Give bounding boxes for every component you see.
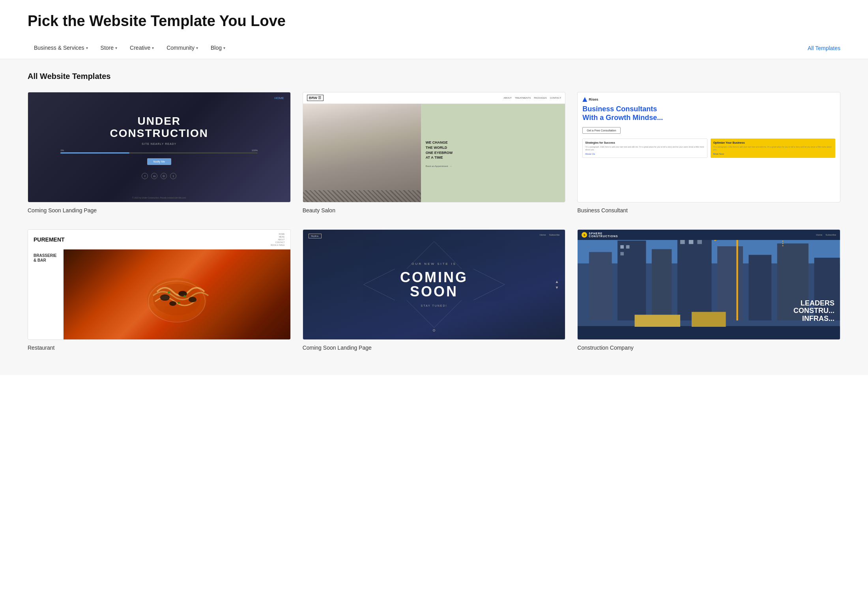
template-name: Coming Soon Landing Page: [28, 207, 291, 214]
template-name: Restaurant: [28, 345, 291, 351]
svg-rect-26: [749, 255, 772, 320]
nav-business-services[interactable]: Business & Services ▾: [28, 37, 94, 59]
template-thumbnail: BRW ☰ ABOUTTREATMENTSPACKAGESCONTACT WE …: [303, 92, 566, 202]
svg-rect-35: [692, 312, 726, 327]
svg-rect-21: [589, 252, 612, 320]
chevron-down-icon: ▾: [115, 46, 117, 50]
template-card[interactable]: PUREMENT HOMEMENUABOUTCONTACTBOOK A TABL…: [28, 229, 291, 351]
template-card[interactable]: S SPHERECONSTRUCTIONS HomeSubscribe: [577, 229, 840, 351]
nav-community[interactable]: Community ▾: [160, 37, 204, 59]
template-thumbnail: HOME UNDERCONSTRUCTION SITE NEARLY READY…: [28, 92, 291, 202]
template-card[interactable]: HOME UNDERCONSTRUCTION SITE NEARLY READY…: [28, 92, 291, 214]
svg-point-3: [161, 295, 169, 300]
templates-grid: HOME UNDERCONSTRUCTION SITE NEARLY READY…: [28, 92, 840, 351]
template-card[interactable]: Rises Business ConsultantsWith a Growth …: [577, 92, 840, 214]
main-content: All Website Templates HOME UNDERCONSTRUC…: [0, 59, 868, 375]
svg-rect-25: [717, 246, 743, 320]
template-name: Business Consultant: [577, 207, 840, 214]
svg-point-7: [168, 291, 170, 294]
template-thumbnail: Skyline. HomeSubscribe OUR NEW SITE IS C…: [303, 229, 566, 340]
page-header: Pick the Website Template You Love: [0, 0, 868, 37]
svg-line-12: [434, 242, 462, 269]
template-name: Construction Company: [577, 345, 840, 351]
nav-right: All Templates: [808, 45, 840, 52]
svg-rect-37: [626, 245, 630, 249]
nav-creative[interactable]: Creative ▾: [123, 37, 160, 59]
template-name: Beauty Salon: [303, 207, 566, 214]
template-name: Coming Soon Landing Page: [303, 345, 566, 351]
svg-point-4: [178, 291, 187, 296]
page-title: Pick the Website Template You Love: [28, 13, 840, 30]
svg-rect-24: [677, 240, 712, 320]
svg-point-8: [183, 295, 186, 298]
svg-line-16: [363, 285, 395, 300]
chevron-down-icon: ▾: [223, 46, 225, 50]
svg-line-13: [406, 300, 434, 328]
nav-store[interactable]: Store ▾: [94, 37, 123, 59]
svg-point-6: [169, 301, 176, 306]
svg-rect-36: [621, 245, 624, 249]
svg-line-17: [473, 269, 504, 285]
section-title: All Website Templates: [28, 72, 840, 81]
svg-point-9: [178, 302, 180, 303]
all-templates-link[interactable]: All Templates: [808, 45, 840, 51]
svg-line-15: [363, 269, 395, 285]
svg-rect-39: [680, 240, 685, 244]
svg-rect-23: [652, 249, 672, 320]
template-card[interactable]: Skyline. HomeSubscribe OUR NEW SITE IS C…: [303, 229, 566, 351]
chevron-down-icon: ▾: [86, 46, 88, 50]
svg-rect-38: [621, 252, 624, 256]
svg-rect-41: [698, 240, 702, 244]
nav-left: Business & Services ▾ Store ▾ Creative ▾…: [28, 37, 232, 59]
svg-line-14: [434, 300, 462, 328]
svg-rect-40: [689, 240, 694, 244]
template-thumbnail: PUREMENT HOMEMENUABOUTCONTACTBOOK A TABL…: [28, 229, 291, 340]
svg-rect-34: [635, 315, 681, 327]
chevron-down-icon: ▾: [196, 46, 198, 50]
template-thumbnail: S SPHERECONSTRUCTIONS HomeSubscribe: [577, 229, 840, 340]
chevron-down-icon: ▾: [152, 46, 154, 50]
template-thumbnail: Rises Business ConsultantsWith a Growth …: [577, 92, 840, 202]
svg-line-11: [406, 242, 434, 269]
navigation-bar: Business & Services ▾ Store ▾ Creative ▾…: [0, 37, 868, 59]
svg-point-5: [189, 297, 196, 302]
template-card[interactable]: BRW ☰ ABOUTTREATMENTSPACKAGESCONTACT WE …: [303, 92, 566, 214]
svg-line-18: [473, 285, 504, 300]
nav-blog[interactable]: Blog ▾: [204, 37, 232, 59]
